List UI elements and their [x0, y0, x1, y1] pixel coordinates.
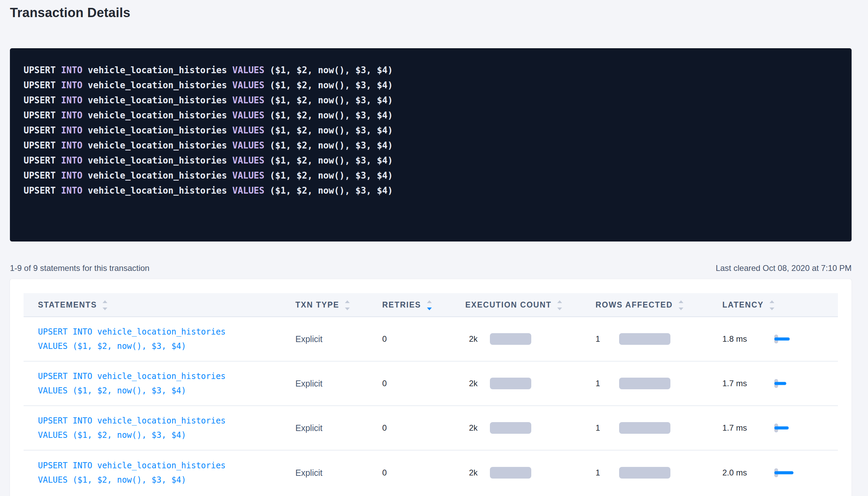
sort-arrows[interactable] [557, 300, 562, 310]
sql-keyword: VALUES [232, 80, 270, 90]
txn-type-value: Explicit [295, 468, 322, 478]
sql-statement-line: UPSERT INTO vehicle_location_histories V… [24, 123, 838, 138]
sql-text: vehicle_location_histories [88, 80, 232, 90]
sql-text: vehicle_location_histories [88, 110, 232, 120]
sort-arrows[interactable] [679, 300, 683, 310]
statement-link[interactable]: UPSERT INTO vehicle_location_historiesVA… [38, 369, 226, 398]
column-header-statements[interactable]: STATEMENTS [24, 293, 295, 316]
sql-text: ($1, $2, now(), $3, $4) [270, 185, 393, 196]
sql-text: ($1, $2, now(), $3, $4) [270, 140, 393, 151]
table-body: UPSERT INTO vehicle_location_historiesVA… [24, 317, 838, 495]
statement-line1: UPSERT INTO vehicle_location_histories [38, 327, 226, 337]
sql-keyword: VALUES [232, 185, 270, 196]
statement-link[interactable]: UPSERT INTO vehicle_location_historiesVA… [38, 325, 226, 353]
latency-value: 1.7 ms [722, 379, 746, 388]
sort-ascending-icon[interactable] [103, 300, 107, 303]
sort-descending-icon[interactable] [679, 308, 683, 310]
sort-arrows[interactable] [345, 300, 350, 310]
sql-keyword: INTO [61, 95, 88, 105]
statement-link[interactable]: UPSERT INTO vehicle_location_historiesVA… [38, 414, 226, 442]
latency-bar [774, 382, 786, 385]
table-row: UPSERT INTO vehicle_location_historiesVA… [24, 406, 838, 451]
column-header-txn-type[interactable]: TXN TYPE [295, 293, 382, 316]
sql-text: vehicle_location_histories [88, 185, 232, 196]
sql-keyword: VALUES [232, 65, 270, 75]
sql-text: UPSERT [24, 170, 61, 181]
column-header-execution-count[interactable]: EXECUTION COUNT [465, 293, 596, 316]
sql-keyword: INTO [61, 110, 88, 120]
column-header-latency[interactable]: LATENCY [722, 293, 838, 316]
sql-keyword: VALUES [232, 140, 270, 151]
sort-ascending-icon[interactable] [427, 300, 432, 303]
sql-keyword: VALUES [232, 155, 270, 166]
column-header-rows-affected[interactable]: ROWS AFFECTED [596, 293, 722, 316]
sort-arrows[interactable] [427, 300, 432, 310]
statement-line2: VALUES ($1, $2, now(), $3, $4) [38, 430, 186, 440]
sort-ascending-icon[interactable] [345, 300, 350, 303]
rows-affected-cell: 1 [596, 362, 722, 405]
sort-descending-icon[interactable] [557, 308, 562, 310]
retries-cell: 0 [382, 362, 465, 405]
sort-arrows[interactable] [770, 300, 774, 310]
execution-count-cell: 2k [465, 451, 596, 495]
sql-statement-line: UPSERT INTO vehicle_location_histories V… [24, 138, 838, 153]
latency-bar-chart [774, 467, 798, 479]
sql-keyword: VALUES [232, 125, 270, 135]
sql-text: vehicle_location_histories [88, 95, 232, 105]
statement-line1: UPSERT INTO vehicle_location_histories [38, 416, 226, 426]
sql-text: ($1, $2, now(), $3, $4) [270, 80, 393, 90]
column-header-retries[interactable]: RETRIES [382, 293, 465, 316]
rows-affected-bar [619, 422, 670, 434]
sql-statements-box: UPSERT INTO vehicle_location_histories V… [10, 48, 852, 242]
latency-bar-chart [774, 422, 798, 434]
txn-type-cell: Explicit [295, 362, 382, 405]
sql-statement-line: UPSERT INTO vehicle_location_histories V… [24, 108, 838, 123]
sql-text: UPSERT [24, 95, 61, 105]
txn-type-cell: Explicit [295, 317, 382, 361]
retries-cell: 0 [382, 406, 465, 450]
statement-line2: VALUES ($1, $2, now(), $3, $4) [38, 341, 186, 351]
retries-cell: 0 [382, 317, 465, 361]
execution-count-value: 2k [465, 379, 478, 388]
statement-link[interactable]: UPSERT INTO vehicle_location_historiesVA… [38, 458, 226, 487]
column-header-label: EXECUTION COUNT [465, 300, 551, 310]
rows-affected-bar [619, 333, 670, 345]
sql-text: ($1, $2, now(), $3, $4) [270, 65, 393, 75]
sql-text: UPSERT [24, 110, 61, 120]
table-row: UPSERT INTO vehicle_location_historiesVA… [24, 451, 838, 495]
sort-descending-icon[interactable] [770, 308, 774, 310]
rows-affected-bar [619, 378, 670, 389]
statement-cell: UPSERT INTO vehicle_location_historiesVA… [24, 317, 295, 361]
sort-ascending-icon[interactable] [679, 300, 683, 303]
sort-descending-icon[interactable] [345, 308, 350, 310]
sql-keyword: INTO [61, 80, 88, 90]
rows-affected-value: 1 [596, 468, 599, 478]
execution-count-bar [490, 378, 531, 389]
txn-type-cell: Explicit [295, 406, 382, 450]
sort-arrows[interactable] [103, 300, 107, 310]
execution-count-value: 2k [465, 423, 478, 433]
latency-value: 1.8 ms [722, 334, 746, 344]
execution-count-bar [490, 422, 531, 434]
statement-line2: VALUES ($1, $2, now(), $3, $4) [38, 386, 186, 395]
sql-statement-line: UPSERT INTO vehicle_location_histories V… [24, 153, 838, 168]
execution-count-cell: 2k [465, 362, 596, 405]
txn-type-value: Explicit [295, 334, 322, 344]
sql-text: ($1, $2, now(), $3, $4) [270, 110, 393, 120]
latency-cell: 1.7 ms [722, 362, 838, 405]
table-meta-row: 1-9 of 9 statements for this transaction… [10, 263, 852, 273]
execution-count-value: 2k [465, 334, 478, 344]
execution-count-cell: 2k [465, 317, 596, 361]
txn-type-value: Explicit [295, 379, 322, 389]
latency-bar [774, 427, 789, 430]
sort-ascending-icon[interactable] [557, 300, 562, 303]
sort-ascending-icon[interactable] [770, 300, 774, 303]
sql-statement-line: UPSERT INTO vehicle_location_histories V… [24, 63, 838, 78]
sort-descending-icon[interactable] [103, 308, 107, 310]
statement-cell: UPSERT INTO vehicle_location_historiesVA… [24, 362, 295, 405]
sort-descending-icon[interactable] [427, 308, 432, 310]
sql-text: UPSERT [24, 125, 61, 135]
sql-keyword: VALUES [232, 110, 270, 120]
sql-text: vehicle_location_histories [88, 65, 232, 75]
latency-cell: 1.8 ms [722, 317, 838, 361]
